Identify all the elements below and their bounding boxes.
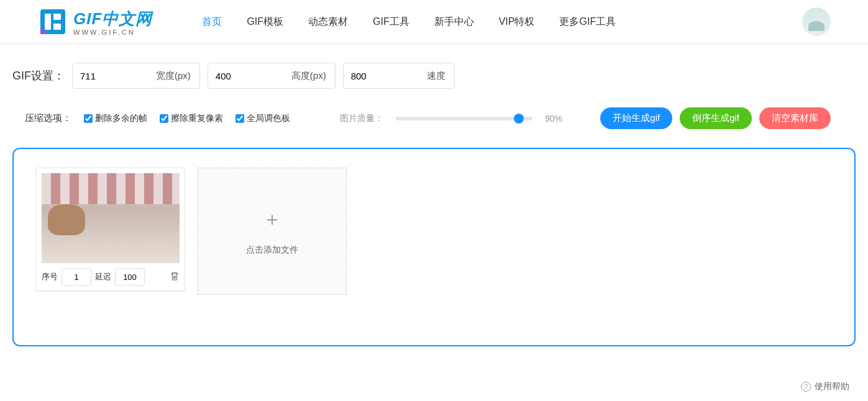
quality-label: 图片质量： (340, 113, 383, 124)
nav-materials[interactable]: 动态素材 (308, 16, 348, 29)
height-suffix: 高度(px) (283, 70, 335, 82)
header: GIF中文网 WWW.GIF.CN 首页 GIF模板 动态素材 GIF工具 新手… (0, 0, 868, 44)
nav-tools[interactable]: GIF工具 (373, 16, 409, 29)
add-file-card[interactable]: ＋ 点击添加文件 (198, 168, 347, 295)
checkbox-erase-pixels-label: 擦除重复像素 (171, 113, 223, 124)
svg-rect-4 (40, 30, 45, 34)
user-avatar[interactable] (802, 7, 831, 36)
frame-seq-label: 序号 (42, 271, 58, 282)
plus-icon: ＋ (263, 207, 281, 232)
logo-icon (37, 6, 68, 37)
quality-value: 90% (545, 114, 562, 124)
slider-thumb[interactable] (514, 114, 524, 124)
nav-more[interactable]: 更多GIF工具 (559, 16, 616, 29)
nav-home[interactable]: 首页 (202, 16, 222, 29)
height-input[interactable] (208, 63, 283, 88)
logo[interactable]: GIF中文网 WWW.GIF.CN (37, 6, 152, 37)
logo-subtitle: WWW.GIF.CN (73, 29, 152, 36)
svg-rect-1 (45, 14, 51, 30)
frame-controls: 序号 延迟 (42, 268, 180, 286)
quality-slider-wrap: 90% (396, 114, 562, 124)
logo-title: GIF中文网 (73, 8, 152, 30)
width-input[interactable] (73, 63, 147, 88)
checkbox-remove-frames-input[interactable] (84, 114, 93, 123)
action-buttons: 开始生成gif 倒序生成gif 清空素材库 (600, 107, 831, 129)
frame-seq-input[interactable] (62, 268, 91, 286)
frame-delay-label: 延迟 (95, 271, 111, 282)
frame-card[interactable]: 序号 延迟 (36, 168, 185, 291)
frame-thumbnail (42, 173, 180, 263)
svg-rect-3 (53, 24, 61, 30)
main-nav: 首页 GIF模板 动态素材 GIF工具 新手中心 VIP特权 更多GIF工具 (202, 16, 802, 29)
settings-label: GIF设置： (12, 68, 65, 83)
checkbox-erase-pixels-input[interactable] (160, 114, 168, 123)
nav-newbie[interactable]: 新手中心 (434, 16, 474, 29)
add-file-label: 点击添加文件 (246, 245, 298, 256)
speed-input[interactable] (344, 63, 418, 88)
checkbox-global-palette-label: 全局调色板 (247, 113, 290, 124)
svg-rect-2 (53, 14, 61, 20)
width-suffix: 宽度(px) (147, 70, 199, 82)
gif-settings-row: GIF设置： 宽度(px) 高度(px) 速度 (0, 44, 868, 101)
speed-suffix: 速度 (418, 70, 454, 82)
height-input-group: 高度(px) (208, 63, 336, 89)
checkbox-remove-frames[interactable]: 删除多余的帧 (84, 113, 147, 124)
trash-icon[interactable] (170, 271, 180, 283)
clear-materials-button[interactable]: 清空素材库 (759, 107, 831, 129)
checkbox-global-palette[interactable]: 全局调色板 (235, 113, 290, 124)
checkbox-erase-pixels[interactable]: 擦除重复像素 (160, 113, 223, 124)
speed-input-group: 速度 (343, 63, 455, 89)
frame-delay-input[interactable] (115, 268, 145, 286)
reverse-generate-button[interactable]: 倒序生成gif (680, 107, 752, 129)
quality-slider[interactable] (396, 117, 532, 120)
checkbox-remove-frames-label: 删除多余的帧 (95, 113, 147, 124)
frames-canvas: 序号 延迟 ＋ 点击添加文件 (12, 148, 856, 346)
nav-vip[interactable]: VIP特权 (499, 16, 535, 29)
width-input-group: 宽度(px) (72, 63, 200, 89)
compress-label: 压缩选项： (25, 112, 71, 124)
compress-options-row: 压缩选项： 删除多余的帧 擦除重复像素 全局调色板 图片质量： 90% 开始生成… (0, 101, 868, 142)
checkbox-global-palette-input[interactable] (235, 114, 244, 123)
start-generate-button[interactable]: 开始生成gif (600, 107, 672, 129)
nav-templates[interactable]: GIF模板 (247, 16, 283, 29)
